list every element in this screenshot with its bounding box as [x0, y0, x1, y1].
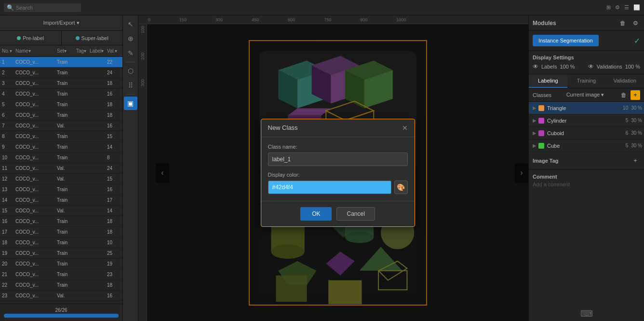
class-expand-arrow[interactable]: ▶ — [533, 105, 537, 111]
brush-tool-btn[interactable]: ⠿ — [124, 79, 137, 92]
add-tag-button[interactable]: + — [631, 156, 640, 166]
table-row[interactable]: 19 COCO_v... Train 25 — [0, 248, 122, 259]
table-row[interactable]: 12 COCO_v... Val. 15 — [0, 174, 122, 184]
cell-no: 22 — [2, 282, 15, 288]
table-row[interactable]: 14 COCO_v... Train 17 — [0, 195, 122, 206]
class-item[interactable]: ▶ Cuboid 6 30 % — [529, 127, 644, 140]
super-label-dot — [76, 36, 80, 40]
class-name-label: Triangle — [547, 105, 623, 111]
classes-delete-icon[interactable]: 🗑 — [619, 90, 629, 100]
col-no-header[interactable]: No.▾ — [2, 48, 15, 54]
table-row[interactable]: 5 COCO_v... Train 18 — [0, 99, 122, 110]
table-row[interactable]: 3 COCO_v... Train 18 — [0, 78, 122, 89]
search-input[interactable] — [16, 5, 74, 11]
cell-val: 18 — [107, 102, 121, 107]
table-row[interactable]: 4 COCO_v... Train 16 — [0, 89, 122, 99]
table-row[interactable]: 6 COCO_v... Train 18 — [0, 110, 122, 121]
class-pct: 30 % — [631, 118, 642, 123]
table-row[interactable]: 1 COCO_v... Train 22 — [0, 57, 122, 68]
import-export-bar: Import/Export ▾ — [0, 15, 122, 31]
polygon-tool-btn[interactable]: ⬡ — [124, 64, 137, 78]
settings-icon[interactable]: ⚙ — [631, 18, 640, 28]
select-tool-btn[interactable]: ▣ — [124, 97, 137, 110]
table-row[interactable]: 16 COCO_v... Train 18 — [0, 216, 122, 227]
modal-cancel-button[interactable]: Cancel — [336, 207, 375, 221]
color-value-input[interactable] — [268, 181, 391, 194]
class-name-input[interactable] — [268, 153, 408, 166]
table-row[interactable]: 20 COCO_v... Train 19 — [0, 259, 122, 269]
tool-separator-1 — [126, 62, 135, 62]
class-expand-arrow[interactable]: ▶ — [533, 118, 537, 123]
cell-set: Train — [57, 91, 76, 97]
table-row[interactable]: 7 COCO_v... Val. 16 — [0, 121, 122, 131]
tab-labeling[interactable]: Labeling — [529, 74, 567, 88]
tool-panel: ↖ ⊕ ✎ ⬡ ⠿ ▣ — [123, 15, 138, 321]
cell-set: Train — [57, 261, 76, 266]
progress-fill — [4, 314, 119, 318]
table-row[interactable]: 8 COCO_v... Train 15 — [0, 131, 122, 142]
tab-training[interactable]: Training — [567, 74, 606, 88]
cell-no: 20 — [2, 261, 15, 266]
keyboard-icon[interactable]: ⌨ — [580, 308, 593, 319]
classes-filter[interactable]: Current image ▾ — [566, 92, 604, 98]
cell-set: Train — [57, 144, 76, 150]
class-expand-arrow[interactable]: ▶ — [533, 130, 537, 136]
color-picker-button[interactable]: 🎨 — [394, 181, 408, 194]
table-row[interactable]: 2 COCO_v... Train 24 — [0, 68, 122, 78]
cell-name: COCO_v... — [15, 134, 57, 139]
classes-actions: 🗑 + — [619, 90, 640, 100]
table-row[interactable]: 17 COCO_v... Train 18 — [0, 227, 122, 237]
list-icon[interactable]: ☰ — [624, 4, 629, 10]
instance-seg-button[interactable]: Instance Segmentation — [533, 35, 599, 46]
table-row[interactable]: 22 COCO_v... Train 18 — [0, 280, 122, 291]
tab-validation[interactable]: Validation — [605, 74, 644, 88]
modal-ok-button[interactable]: OK — [300, 207, 332, 221]
labels-eye-icon[interactable]: 👁 — [533, 63, 538, 70]
table-row[interactable]: 18 COCO_v... Train 10 — [0, 237, 122, 248]
class-item[interactable]: ▶ Cube 5 30 % — [529, 140, 644, 152]
labels-pct: 100 % — [560, 64, 575, 70]
import-export-button[interactable]: Import/Export ▾ — [43, 20, 79, 26]
cell-set: Val. — [57, 293, 76, 298]
grid-icon[interactable]: ⊞ — [606, 4, 611, 10]
filter-icon[interactable]: ⚙ — [615, 4, 620, 10]
table-row[interactable]: 15 COCO_v... Val. 14 — [0, 206, 122, 216]
cell-set: Val. — [57, 176, 76, 181]
left-panel: Import/Export ▾ Pre-label Super-label No… — [0, 15, 123, 321]
table-row[interactable]: 9 COCO_v... Train 14 — [0, 142, 122, 153]
validations-eye-icon[interactable]: 👁 — [588, 63, 594, 70]
add-class-button[interactable]: + — [631, 90, 640, 100]
validations-label: Validations — [597, 64, 622, 70]
class-item[interactable]: ▶ Cylinder 5 30 % — [529, 114, 644, 127]
cell-name: COCO_v... — [15, 240, 57, 245]
class-expand-arrow[interactable]: ▶ — [533, 143, 537, 148]
col-val-header[interactable]: Val.▾ — [107, 48, 121, 54]
pen-tool-btn[interactable]: ✎ — [124, 46, 137, 60]
cell-val: 24 — [107, 70, 121, 75]
col-set-header[interactable]: Set▾ — [57, 48, 76, 54]
pre-label-button[interactable]: Pre-label — [0, 31, 62, 45]
cell-val: 18 — [107, 282, 121, 288]
class-item[interactable]: ▶ Triangle 10 30 % — [529, 102, 644, 114]
delete-icon[interactable]: 🗑 — [618, 18, 628, 28]
table-row[interactable]: 10 COCO_v... Train 8 — [0, 153, 122, 163]
table-row[interactable]: 11 COCO_v... Val. 24 — [0, 163, 122, 174]
cell-set: Val. — [57, 166, 76, 171]
pre-label-dot — [17, 36, 21, 40]
super-label-button[interactable]: Super-label — [62, 31, 123, 45]
table-row[interactable]: 23 COCO_v... Val. 16 — [0, 291, 122, 301]
cell-no: 23 — [2, 293, 15, 298]
table-row[interactable]: 13 COCO_v... Train 16 — [0, 184, 122, 195]
cell-set: Train — [57, 134, 76, 139]
col-name-header[interactable]: Name▾ — [15, 48, 57, 54]
cell-name: COCO_v... — [15, 144, 57, 150]
cursor-tool-btn[interactable]: ↖ — [124, 17, 137, 31]
search-box[interactable]: 🔍 — [4, 3, 81, 12]
zoom-tool-btn[interactable]: ⊕ — [124, 32, 137, 45]
table-row[interactable]: 21 COCO_v... Train 23 — [0, 269, 122, 280]
modal-close-button[interactable]: ✕ — [402, 124, 408, 132]
col-tag-header[interactable]: Tag▾ — [76, 48, 90, 54]
col-label-header[interactable]: Label▾ — [90, 48, 107, 54]
cell-no: 3 — [2, 81, 15, 86]
export-icon[interactable]: ⬜ — [633, 4, 640, 10]
